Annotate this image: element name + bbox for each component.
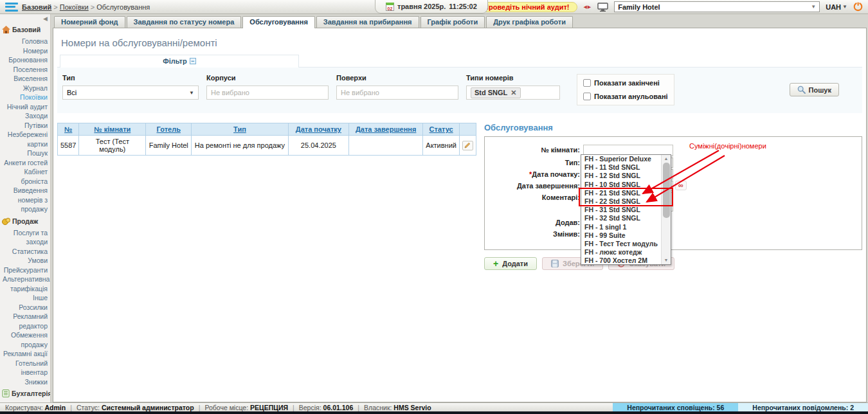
buildings-input[interactable] bbox=[211, 89, 324, 96]
swap-arrows-icon[interactable]: ◀▶ bbox=[583, 4, 592, 10]
sidebar-item[interactable]: Умови bbox=[0, 256, 50, 266]
sidebar-collapse-icon[interactable]: ◀ bbox=[0, 14, 50, 22]
show-cancelled-checkbox[interactable]: Показати анульовані bbox=[583, 93, 668, 100]
scroll-up-icon[interactable]: ▲ bbox=[664, 155, 669, 163]
dropdown-option-highlighted[interactable]: FH - 22 Std SNGL bbox=[581, 197, 661, 206]
cell-hotel: Family Hotel bbox=[146, 136, 192, 156]
dropdown-option[interactable]: FH - 11 Std SNGL bbox=[581, 163, 661, 172]
sidebar-item[interactable]: Анкети гостей bbox=[0, 158, 50, 168]
currency-select[interactable]: UAH ▼ bbox=[826, 3, 847, 11]
dropdown-option[interactable]: FH - 12 Std SNGL bbox=[581, 172, 661, 180]
infinity-date-button[interactable]: ∞ bbox=[675, 181, 687, 190]
chevron-down-icon: ▼ bbox=[842, 4, 847, 10]
sidebar-item[interactable]: Рекламні акції bbox=[0, 349, 50, 359]
sidebar-item[interactable]: Бронювання bbox=[0, 55, 50, 65]
sidebar-item[interactable]: Заходи bbox=[0, 111, 50, 121]
dropdown-option[interactable]: FH - люкс котедж bbox=[581, 248, 661, 256]
breadcrumb-link-maids[interactable]: Покоївки bbox=[60, 3, 89, 11]
column-header-date-end[interactable]: Дата завершення bbox=[356, 125, 416, 133]
sidebar-item[interactable]: Знижки bbox=[0, 377, 50, 387]
sidebar-section-secretary[interactable]: Секретар bbox=[0, 401, 50, 402]
sidebar-item[interactable]: Прейскуранти bbox=[0, 266, 50, 275]
sidebar-item[interactable]: Готельний інвентар bbox=[0, 359, 50, 377]
scroll-down-icon[interactable]: ▼ bbox=[664, 256, 669, 264]
tab-room-fund[interactable]: Номерний фонд bbox=[54, 16, 125, 28]
remove-tag-icon[interactable]: ✕ bbox=[511, 89, 516, 97]
dropdown-option[interactable]: FH - 31 Std SNGL bbox=[581, 206, 661, 214]
edit-row-button[interactable] bbox=[462, 141, 473, 150]
sidebar-item-maids-active[interactable]: Покоївки bbox=[0, 93, 50, 102]
checkbox-icon[interactable] bbox=[583, 93, 591, 100]
sidebar-item[interactable]: Рекламний редактор bbox=[0, 312, 50, 330]
type-select[interactable]: Всі ▼ bbox=[62, 86, 199, 100]
sidebar-item[interactable]: Нічний аудит bbox=[0, 102, 50, 112]
dropdown-option[interactable]: FH - 1 singl 1 bbox=[581, 223, 661, 231]
dropdown-option[interactable]: FH - 99 Suite bbox=[581, 231, 661, 240]
sidebar-item[interactable]: Обмеження продажу bbox=[0, 330, 50, 349]
annotation-text: Суміжні(дочірні)номери bbox=[689, 142, 766, 150]
sidebar-item[interactable]: Альтернативна тарифікація bbox=[0, 274, 50, 293]
show-finished-checkbox[interactable]: Показати закінчені bbox=[583, 79, 668, 87]
checkbox-icon[interactable] bbox=[583, 79, 591, 87]
sidebar-item[interactable]: Розсилки bbox=[0, 303, 50, 312]
menu-icon[interactable] bbox=[5, 3, 18, 12]
unread-messages-badge[interactable]: Непрочитаних повідомлень: 2 bbox=[738, 403, 868, 411]
column-header-type[interactable]: Тип bbox=[233, 125, 246, 133]
floors-input[interactable] bbox=[341, 89, 454, 96]
add-button-label: Додати bbox=[502, 260, 528, 267]
service-form: № кімнати: Тип: *Дата початку: bbox=[484, 136, 862, 250]
column-header-status[interactable]: Статус bbox=[429, 125, 453, 133]
workplace-label: Робоче місце: bbox=[204, 404, 248, 411]
column-header-date-start[interactable]: Дата початку bbox=[296, 125, 341, 133]
workplace-value: РЕЦЕПЦИЯ bbox=[250, 404, 288, 411]
dropdown-option[interactable]: FH - Тест Тест модуль bbox=[581, 240, 661, 248]
status-label: Статус: bbox=[77, 404, 100, 411]
sidebar-item[interactable]: Виселення bbox=[0, 74, 50, 84]
tab-work-schedule[interactable]: Графік роботи bbox=[420, 16, 485, 28]
tab-room-status-tasks[interactable]: Завдання по статусу номера bbox=[127, 16, 242, 28]
dropdown-option-highlighted[interactable]: FH - 21 Std SNGL bbox=[581, 189, 661, 197]
sidebar-item[interactable]: Незбережені картки bbox=[0, 130, 50, 148]
sidebar-section-sales[interactable]: Продаж bbox=[0, 214, 50, 228]
date-start-label: *Дата початку: bbox=[490, 169, 583, 179]
sidebar-item[interactable]: Головна bbox=[0, 37, 50, 46]
tab-print-schedule[interactable]: Друк графіка роботи bbox=[486, 16, 573, 28]
workstation-icon[interactable] bbox=[597, 3, 608, 12]
scrollbar-thumb[interactable] bbox=[663, 163, 670, 218]
status-badges: Непрочитаних сповіщень: 56 Непрочитаних … bbox=[613, 403, 868, 411]
sidebar-item[interactable]: Номери bbox=[0, 46, 50, 56]
sidebar-item[interactable]: Статистика bbox=[0, 247, 50, 256]
sidebar-item[interactable]: Послуги та заходи bbox=[0, 228, 50, 247]
sidebar-item[interactable]: Путівки bbox=[0, 121, 50, 130]
power-button[interactable] bbox=[853, 2, 863, 12]
column-header-id[interactable]: № bbox=[64, 125, 72, 133]
sidebar-item[interactable]: Виведення номерів з продажу bbox=[0, 186, 50, 214]
sidebar-section-base[interactable]: Базовий bbox=[0, 22, 50, 37]
tab-cleaning-tasks[interactable]: Завдання на прибирання bbox=[316, 16, 419, 28]
dropdown-option[interactable]: FH - 10 Std SNGL bbox=[581, 181, 661, 189]
sidebar-section-accounting[interactable]: Бухгалтерія bbox=[0, 386, 50, 401]
sidebar-item[interactable]: Інше bbox=[0, 293, 50, 303]
save-disk-icon bbox=[551, 260, 559, 267]
dropdown-option[interactable]: FH - 700 Хостел 2М bbox=[581, 256, 661, 264]
sidebar-item[interactable]: Кабінет броніста bbox=[0, 167, 50, 186]
search-button[interactable]: Пошук bbox=[790, 83, 839, 96]
collapse-filter-icon[interactable]: − bbox=[190, 58, 196, 64]
dropdown-option[interactable]: FH - 32 Std SNGL bbox=[581, 214, 661, 222]
room-types-input[interactable]: Std SNGL ✕ bbox=[466, 86, 560, 100]
tab-service-active[interactable]: Обслуговування bbox=[242, 16, 315, 28]
dropdown-option[interactable]: FH - Superior Deluxe bbox=[581, 155, 661, 163]
table-row[interactable]: 5587 Тест (Тест модуль) Family Hotel На … bbox=[58, 136, 476, 156]
filter-tab[interactable]: Фільтр − bbox=[60, 55, 299, 68]
sidebar-item[interactable]: Журнал bbox=[0, 84, 50, 93]
sidebar-item[interactable]: Пошук bbox=[0, 148, 50, 158]
unread-notifications-badge[interactable]: Непрочитаних сповіщень: 56 bbox=[613, 403, 738, 411]
hotel-select[interactable]: Family Hotel ▼ bbox=[614, 1, 820, 12]
search-button-label: Пошук bbox=[809, 86, 831, 94]
sidebar-item[interactable]: Поселення bbox=[0, 65, 50, 75]
column-header-hotel[interactable]: Готель bbox=[157, 125, 181, 133]
column-header-room[interactable]: № кімнати bbox=[94, 125, 131, 133]
dropdown-scrollbar[interactable]: ▲ ▼ bbox=[661, 155, 671, 264]
add-button[interactable]: + Додати bbox=[484, 257, 537, 270]
breadcrumb-link-base[interactable]: Базовий bbox=[22, 3, 51, 11]
